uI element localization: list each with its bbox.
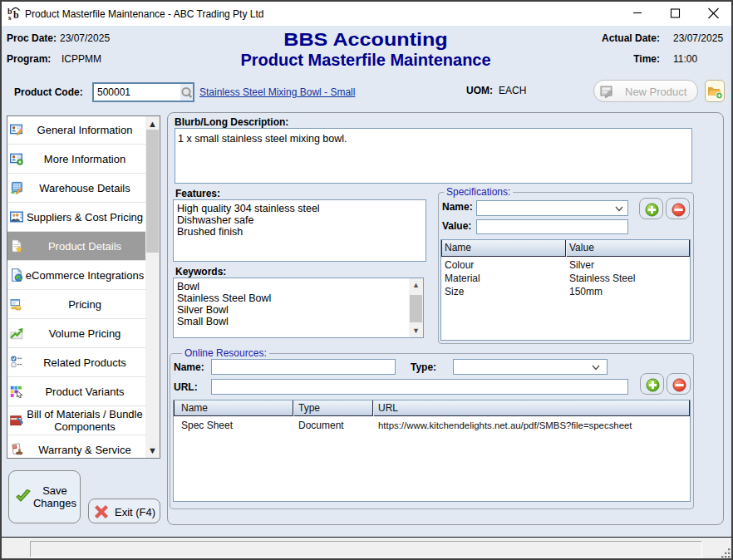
svg-text:b: b	[13, 9, 19, 20]
svg-text:s: s	[8, 13, 12, 21]
